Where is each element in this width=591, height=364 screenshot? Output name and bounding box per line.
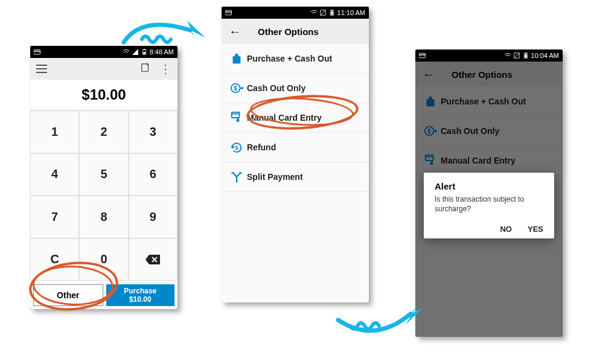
app-toolbar: ⋮ <box>30 58 177 80</box>
amount-display: $10.00 <box>30 80 177 110</box>
option-label: Cash Out Only <box>247 83 305 93</box>
key-7[interactable]: 7 <box>30 196 79 238</box>
phone-alert: 10:04 AM ← Other Options Purchase + Cash… <box>415 49 563 337</box>
wifi-icon <box>504 53 511 59</box>
option-refund[interactable]: $ Refund <box>222 133 369 162</box>
keypad-screen: ⋮ $10.00 1 2 3 4 5 6 7 8 9 C 0 Other Pur… <box>30 58 177 309</box>
svg-rect-0 <box>34 49 40 54</box>
option-cashout-only[interactable]: $ Cash Out Only <box>222 74 369 103</box>
status-bar: 8:48 AM <box>30 46 177 58</box>
svg-rect-4 <box>143 52 145 54</box>
card-icon <box>225 10 232 16</box>
status-time: 8:48 AM <box>150 48 174 56</box>
key-5[interactable]: 5 <box>79 153 128 196</box>
backspace-icon <box>145 254 161 265</box>
svg-rect-3 <box>143 49 145 49</box>
card-icon <box>419 53 426 59</box>
svg-rect-14 <box>232 112 240 118</box>
alert-dialog: Alert Is this transaction subject to sur… <box>424 173 554 238</box>
touch-card-icon <box>230 111 247 124</box>
key-1[interactable]: 1 <box>30 110 79 153</box>
svg-rect-1 <box>34 51 40 52</box>
wifi-icon <box>123 49 130 55</box>
key-2[interactable]: 2 <box>79 110 128 153</box>
purchase-amount: $10.00 <box>129 295 152 304</box>
svg-text:$: $ <box>234 85 237 92</box>
battery-icon <box>141 49 148 55</box>
svg-text:$: $ <box>235 145 238 151</box>
phone-keypad: 8:48 AM ⋮ $10.00 1 2 3 4 5 6 7 8 9 C 0 <box>30 46 177 309</box>
options-list: Purchase + Cash Out $ Cash Out Only Manu… <box>222 44 369 192</box>
key-0[interactable]: 0 <box>79 238 128 281</box>
key-clear[interactable]: C <box>30 238 79 281</box>
bag-icon <box>230 52 247 65</box>
options-screen: ← Other Options Purchase + Cash Out $ Ca… <box>222 19 369 302</box>
svg-rect-22 <box>525 54 527 58</box>
svg-rect-21 <box>525 53 526 53</box>
key-4[interactable]: 4 <box>30 153 79 196</box>
options-screen-dimmed: ← Other Options Purchase + Cash Out $ Ca… <box>415 62 563 337</box>
dialog-actions: NO YES <box>435 225 543 234</box>
dialog-message: Is this transaction subject to surcharge… <box>435 195 543 214</box>
option-split-payment[interactable]: Split Payment <box>222 162 369 192</box>
dialog-title: Alert <box>435 181 543 191</box>
key-9[interactable]: 9 <box>129 196 177 238</box>
option-purchase-cashout[interactable]: Purchase + Cash Out <box>222 44 369 74</box>
note-add-icon[interactable] <box>140 62 151 75</box>
key-6[interactable]: 6 <box>129 153 177 196</box>
no-sim-icon <box>513 53 520 59</box>
wifi-icon <box>310 10 318 16</box>
keypad: 1 2 3 4 5 6 7 8 9 C 0 <box>30 110 177 281</box>
svg-rect-6 <box>225 10 232 15</box>
dialog-no-button[interactable]: NO <box>500 225 512 234</box>
option-label: Refund <box>247 142 276 152</box>
purchase-label: Purchase <box>124 287 156 295</box>
svg-rect-15 <box>232 113 240 115</box>
refund-icon: $ <box>230 141 247 154</box>
status-bar: 11:10 AM <box>222 7 369 19</box>
phone-options: 11:10 AM ← Other Options Purchase + Cash… <box>222 7 369 302</box>
screen-title: Other Options <box>258 27 319 37</box>
key-8[interactable]: 8 <box>79 196 128 238</box>
key-3[interactable]: 3 <box>129 110 177 153</box>
action-row: Other Purchase $10.00 <box>30 281 177 309</box>
card-icon <box>34 49 41 55</box>
signal-icon <box>132 49 139 55</box>
back-icon[interactable]: ← <box>229 25 241 37</box>
status-bar: 10:04 AM <box>415 49 563 62</box>
options-toolbar: ← Other Options <box>222 19 369 44</box>
svg-rect-17 <box>419 53 426 58</box>
key-backspace[interactable] <box>129 238 177 281</box>
svg-rect-11 <box>331 11 333 15</box>
svg-rect-10 <box>331 10 333 10</box>
svg-rect-5 <box>142 64 149 72</box>
no-sim-icon <box>319 10 327 16</box>
svg-rect-18 <box>419 54 426 56</box>
option-label: Manual Card Entry <box>247 113 322 123</box>
option-label: Split Payment <box>247 172 303 182</box>
option-manual-card[interactable]: Manual Card Entry <box>222 103 369 133</box>
overflow-icon[interactable]: ⋮ <box>159 63 171 75</box>
svg-rect-7 <box>225 11 232 13</box>
other-button[interactable]: Other <box>33 284 103 306</box>
battery-icon <box>522 53 529 59</box>
purchase-button[interactable]: Purchase $10.00 <box>106 284 175 306</box>
dollar-out-icon: $ <box>230 81 247 95</box>
dialog-yes-button[interactable]: YES <box>528 225 543 234</box>
status-time: 11:10 AM <box>337 9 365 16</box>
menu-icon[interactable] <box>36 65 47 73</box>
flow-arrow-2 <box>332 302 429 346</box>
option-label: Purchase + Cash Out <box>247 54 332 63</box>
split-icon <box>230 170 247 184</box>
battery-icon <box>328 10 336 16</box>
status-time: 10:04 AM <box>531 52 559 59</box>
